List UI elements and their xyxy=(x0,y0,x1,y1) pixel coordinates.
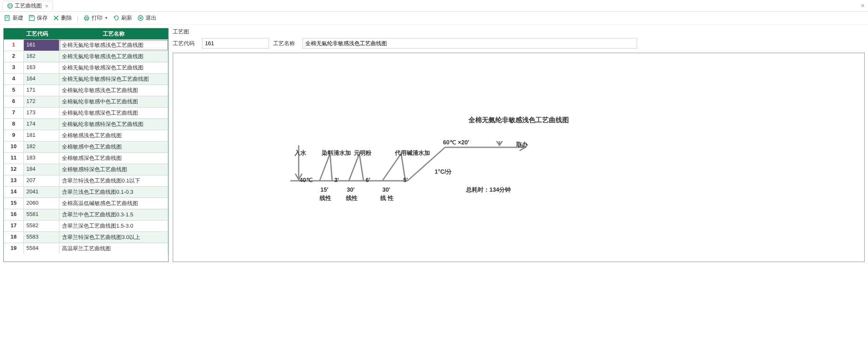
row-code: 183 xyxy=(24,153,59,164)
table-row[interactable]: 165581含翠兰中色工艺曲线图0.3-1.5 xyxy=(4,209,168,220)
process-table: 工艺代码 工艺名称 1161全棉无氨纶非敏感浅色工艺曲线图2162全棉无氨纶非敏… xyxy=(3,28,169,262)
row-code: 171 xyxy=(24,85,59,96)
row-name: 全棉敏感浅色工艺曲线图 xyxy=(59,130,168,141)
row-name: 高温翠兰工艺曲线图 xyxy=(59,243,168,254)
row-num: 7 xyxy=(4,108,24,118)
step3-bottom: 5' xyxy=(403,177,408,183)
chart-title: 全棉无氨纶非敏感浅色工艺曲线图 xyxy=(469,116,569,125)
row-name: 全棉氨纶非敏感浅色工艺曲线图 xyxy=(59,85,168,96)
table-row[interactable]: 8174全棉氨纶非敏感特深色工艺曲线图 xyxy=(4,118,168,130)
code-input[interactable] xyxy=(202,38,269,49)
exit-icon xyxy=(137,15,144,21)
delete-icon xyxy=(53,15,59,21)
tab-process-curve[interactable]: 工艺曲线图 × xyxy=(3,1,53,10)
table-row[interactable]: 12184全棉敏感特深色工艺曲线图 xyxy=(4,164,168,175)
row-num: 2 xyxy=(4,51,24,62)
row-name: 全棉敏感深色工艺曲线图 xyxy=(59,153,168,164)
exit-label: 退出 xyxy=(146,14,156,22)
row-num: 16 xyxy=(4,209,24,220)
table-row[interactable]: 11183全棉敏感深色工艺曲线图 xyxy=(4,152,168,164)
toolbar: 新建 保存 删除 | 打印 ▼ 刷新 退出 xyxy=(0,12,868,25)
table-row[interactable]: 185583含翠兰特深色工艺曲线图3.0以上 xyxy=(4,231,168,243)
row-name: 含翠兰中色工艺曲线图0.3-1.5 xyxy=(59,209,168,220)
row-code: 162 xyxy=(24,51,59,62)
step3-after: 30' xyxy=(382,186,390,193)
row-code: 5583 xyxy=(24,232,59,243)
table-row[interactable]: 1161全棉无氨纶非敏感浅色工艺曲线图 xyxy=(4,39,168,51)
row-name: 全棉无氨纶非敏感深色工艺曲线图 xyxy=(59,62,168,73)
row-code: 164 xyxy=(24,74,59,85)
print-icon xyxy=(83,15,90,21)
table-row[interactable]: 7173全棉氨纶非敏感深色工艺曲线图 xyxy=(4,107,168,118)
row-code: 2041 xyxy=(24,187,59,198)
row-name: 全棉高温低碱敏感色工艺曲线图 xyxy=(59,198,168,209)
table-row[interactable]: 13207含翠兰特浅色工艺曲线图0.1以下 xyxy=(4,175,168,186)
exit-button[interactable]: 退出 xyxy=(137,14,156,22)
close-icon[interactable]: × xyxy=(45,3,49,9)
table-row[interactable]: 3163全棉无氨纶非敏感深色工艺曲线图 xyxy=(4,62,168,73)
table-row[interactable]: 5171全棉氨纶非敏感浅色工艺曲线图 xyxy=(4,85,168,96)
refresh-button[interactable]: 刷新 xyxy=(113,14,132,22)
detail-panel: 工艺图 工艺代码 工艺名称 全棉无氨纶非敏感浅色工艺曲线图 xyxy=(173,28,865,262)
step2-top: 元明粉 xyxy=(354,149,371,157)
header-code[interactable]: 工艺代码 xyxy=(24,28,59,39)
total-time: 总耗时：134分钟 xyxy=(466,186,511,194)
delete-label: 删除 xyxy=(61,14,72,22)
save-label: 保存 xyxy=(37,14,48,22)
row-code: 163 xyxy=(24,62,59,73)
step3-top: 代用碱清水加 xyxy=(395,149,430,157)
row-code: 173 xyxy=(24,108,59,118)
row-num: 13 xyxy=(4,175,24,186)
row-name: 含翠兰特深色工艺曲线图3.0以上 xyxy=(59,232,168,243)
row-name: 全棉无氨纶非敏感浅色工艺曲线图 xyxy=(59,40,168,51)
step1-bottom: 3' xyxy=(334,177,339,183)
row-num: 3 xyxy=(4,62,24,73)
row-name: 全棉氨纶非敏感中色工艺曲线图 xyxy=(59,96,168,107)
close-all-icon[interactable]: × xyxy=(861,2,865,10)
header-name[interactable]: 工艺名称 xyxy=(59,28,168,39)
table-row[interactable]: 9181全棉敏感浅色工艺曲线图 xyxy=(4,130,168,141)
table-row[interactable]: 142041含翠兰浅色工艺曲线图0.1-0.3 xyxy=(4,186,168,198)
table-row[interactable]: 175582含翠兰深色工艺曲线图1.5-3.0 xyxy=(4,220,168,231)
refresh-label: 刷新 xyxy=(121,14,132,22)
row-name: 全棉氨纶非敏感特深色工艺曲线图 xyxy=(59,119,168,130)
row-name: 全棉氨纶非敏感深色工艺曲线图 xyxy=(59,108,168,118)
new-button[interactable]: 新建 xyxy=(4,14,23,22)
end-action: 取办 xyxy=(516,141,528,149)
table-row[interactable]: 195584高温翠兰工艺曲线图 xyxy=(4,243,168,254)
row-name: 全棉敏感特深色工艺曲线图 xyxy=(59,164,168,175)
step2-mode: 线性 xyxy=(346,195,358,202)
table-row[interactable]: 152060全棉高温低碱敏感色工艺曲线图 xyxy=(4,198,168,209)
row-code: 161 xyxy=(24,40,59,51)
row-num: 15 xyxy=(4,198,24,209)
table-row[interactable]: 6172全棉氨纶非敏感中色工艺曲线图 xyxy=(4,96,168,107)
row-num: 6 xyxy=(4,96,24,107)
table-row[interactable]: 2162全棉无氨纶非敏感浅色工艺曲线图 xyxy=(4,51,168,62)
step1-after: 15′ xyxy=(320,186,328,193)
row-code: 2060 xyxy=(24,198,59,209)
step2-after: 30' xyxy=(347,186,355,193)
start-temp: 40℃ xyxy=(300,177,313,183)
table-header: 工艺代码 工艺名称 xyxy=(4,28,168,39)
print-button[interactable]: 打印 ▼ xyxy=(83,14,108,22)
name-input[interactable] xyxy=(302,38,637,49)
delete-button[interactable]: 删除 xyxy=(53,14,72,22)
row-code: 207 xyxy=(24,175,59,186)
ramp-rate: 1°C/分 xyxy=(435,168,452,176)
table-row[interactable]: 4164全棉无氨纶非敏感特深色工艺曲线图 xyxy=(4,73,168,85)
row-name: 全棉无氨纶非敏感特深色工艺曲线图 xyxy=(59,74,168,85)
row-name: 含翠兰特浅色工艺曲线图0.1以下 xyxy=(59,175,168,186)
row-code: 174 xyxy=(24,119,59,130)
new-label: 新建 xyxy=(13,14,23,22)
save-button[interactable]: 保存 xyxy=(28,14,48,22)
row-name: 含翠兰深色工艺曲线图1.5-3.0 xyxy=(59,221,168,231)
table-row[interactable]: 10182全棉敏感中色工艺曲线图 xyxy=(4,141,168,152)
row-num: 5 xyxy=(4,85,24,96)
header-rownum xyxy=(4,28,24,39)
row-num: 17 xyxy=(4,221,24,231)
row-code: 184 xyxy=(24,164,59,175)
tab-label: 工艺曲线图 xyxy=(15,2,42,10)
new-icon xyxy=(4,15,11,21)
chevron-down-icon: ▼ xyxy=(104,16,108,20)
row-code: 5584 xyxy=(24,243,59,254)
